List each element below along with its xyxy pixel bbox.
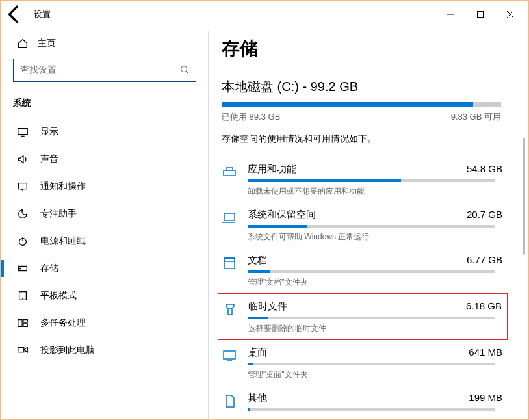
sidebar: 主页 查找设置 系统 显示 声音 通知和操作: [1, 27, 208, 419]
svg-rect-17: [23, 324, 27, 327]
disk-usage-bar: [222, 102, 501, 107]
category-sub: 管理"桌面"文件夹: [248, 369, 502, 380]
sidebar-item-label: 显示: [40, 126, 58, 138]
project-icon: [17, 345, 29, 356]
category-sub: 卸载未使用或不想要的应用和功能: [248, 186, 502, 197]
sidebar-item-label: 多任务处理: [40, 317, 86, 329]
category-bar: [248, 270, 495, 273]
sidebar-section-title: 系统: [1, 91, 208, 118]
sidebar-item-storage[interactable]: 存储: [1, 255, 208, 282]
sidebar-item-label: 投影到此电脑: [40, 345, 95, 356]
sidebar-item-sound[interactable]: 声音: [1, 146, 208, 173]
category-title: 其他: [248, 392, 267, 404]
desktop-icon: [222, 348, 237, 363]
svg-rect-20: [226, 168, 233, 170]
disk-title: 本地磁盘 (C:) - 99.2 GB: [222, 78, 528, 96]
category-bar-fill: [248, 270, 270, 273]
sidebar-home-label: 主页: [38, 38, 56, 49]
category-title: 桌面: [248, 347, 267, 359]
main-content: 存储 本地磁盘 (C:) - 99.2 GB 已使用 89.3 GB 9.83 …: [209, 27, 528, 419]
svg-rect-19: [224, 170, 235, 176]
category-size: 20.7 GB: [467, 209, 502, 221]
sidebar-item-power[interactable]: 电源和睡眠: [1, 228, 208, 255]
minimize-button[interactable]: [435, 4, 465, 25]
sidebar-item-label: 声音: [40, 153, 58, 165]
sidebar-item-label: 平板模式: [40, 290, 77, 302]
power-icon: [17, 235, 29, 247]
settings-window: 设置 主页 查找设置: [0, 0, 529, 420]
sidebar-item-notifications[interactable]: 通知和操作: [1, 173, 208, 200]
category-apps[interactable]: 应用和功能54.8 GB卸载未使用或不想要的应用和功能: [222, 157, 508, 202]
svg-rect-1: [478, 12, 484, 18]
sidebar-item-project[interactable]: 投影到此电脑: [1, 337, 208, 364]
category-bar-fill: [248, 317, 268, 319]
sidebar-item-tablet[interactable]: 平板模式: [1, 282, 208, 309]
svg-rect-26: [224, 351, 235, 359]
disk-free-text: 9.83 GB 可用: [451, 111, 501, 123]
category-documents[interactable]: 文档6.77 GB管理"文档"文件夹: [222, 248, 508, 293]
search-icon: [180, 65, 189, 76]
category-desktop[interactable]: 桌面641 MB管理"桌面"文件夹: [222, 340, 508, 386]
notifications-icon: [17, 181, 29, 192]
svg-point-4: [181, 66, 187, 72]
storage-categories: 应用和功能54.8 GB卸载未使用或不想要的应用和功能系统和保留空间20.7 G…: [222, 157, 508, 419]
other-icon: [222, 393, 237, 409]
category-bar-fill: [248, 225, 307, 228]
category-size: 6.77 GB: [467, 254, 502, 267]
close-button[interactable]: [495, 4, 525, 25]
svg-rect-15: [18, 320, 22, 327]
category-sub: 系统文件可帮助 Windows 正常运行: [248, 231, 502, 243]
back-button[interactable]: [4, 3, 26, 25]
sidebar-item-label: 存储: [40, 263, 58, 274]
category-bar-fill: [248, 408, 250, 411]
scrollbar[interactable]: [523, 138, 525, 255]
sidebar-home[interactable]: 主页: [1, 31, 208, 56]
category-size: 54.8 GB: [467, 163, 502, 176]
sidebar-item-multitask[interactable]: 多任务处理: [1, 309, 208, 337]
window-title: 设置: [34, 8, 51, 20]
category-bar: [248, 179, 495, 182]
category-title: 系统和保留空间: [248, 209, 316, 221]
category-sub: 管理"文档"文件夹: [248, 277, 502, 288]
svg-rect-21: [224, 213, 235, 220]
sidebar-item-label: 专注助手: [40, 208, 77, 220]
sidebar-item-label: 电源和睡眠: [40, 235, 86, 247]
temp-icon: [222, 302, 238, 317]
multitask-icon: [17, 317, 29, 329]
category-bar: [248, 225, 495, 228]
home-icon: [17, 38, 29, 49]
category-bar: [248, 408, 495, 411]
category-size: 6.18 GB: [466, 300, 502, 313]
category-bar: [248, 363, 495, 365]
category-size: 199 MB: [469, 392, 502, 404]
svg-rect-18: [18, 348, 24, 352]
disk-used-text: 已使用 89.3 GB: [222, 111, 280, 123]
category-bar-fill: [248, 363, 253, 365]
storage-icon: [17, 263, 29, 274]
documents-icon: [222, 256, 237, 271]
category-bar: [248, 317, 495, 319]
category-system[interactable]: 系统和保留空间20.7 GB系统文件可帮助 Windows 正常运行: [222, 202, 508, 248]
sidebar-item-display[interactable]: 显示: [1, 118, 208, 146]
svg-rect-8: [19, 183, 27, 189]
svg-rect-23: [224, 258, 235, 269]
category-other[interactable]: 其他199 MB: [222, 386, 508, 419]
tablet-icon: [17, 290, 29, 302]
svg-rect-6: [18, 129, 27, 135]
page-title: 存储: [222, 36, 528, 61]
focus-icon: [17, 208, 29, 220]
svg-rect-16: [23, 320, 27, 323]
system-icon: [222, 210, 237, 226]
category-title: 文档: [248, 254, 267, 267]
maximize-button[interactable]: [465, 4, 495, 25]
sidebar-item-label: 通知和操作: [40, 181, 86, 192]
sidebar-item-focus[interactable]: 专注助手: [1, 200, 208, 228]
category-size: 641 MB: [469, 347, 502, 359]
svg-point-12: [20, 268, 21, 269]
category-temp[interactable]: 临时文件6.18 GB选择要删除的临时文件: [218, 293, 508, 340]
search-input[interactable]: 查找设置: [13, 59, 196, 82]
category-sub: 选择要删除的临时文件: [248, 323, 502, 334]
category-bar-fill: [248, 179, 401, 182]
svg-line-5: [187, 71, 189, 73]
display-icon: [17, 126, 29, 138]
